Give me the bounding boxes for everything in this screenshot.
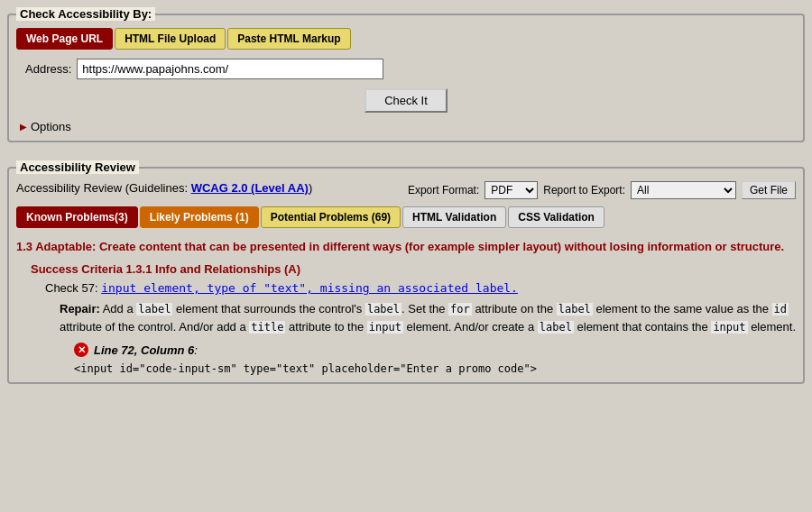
guidelines-link[interactable]: WCAG 2.0 (Level AA) <box>191 181 309 195</box>
check-row: Check 57: input element, type of "text",… <box>45 281 796 295</box>
problem-tabs-row: Known Problems(3) Likely Problems (1) Po… <box>16 206 796 228</box>
repair-text: Repair: Add a label element that surroun… <box>60 300 796 335</box>
review-section: Accessibility Review Accessibility Revie… <box>7 160 805 384</box>
review-header: Accessibility Review (Guidelines: WCAG 2… <box>16 181 796 199</box>
repair-text-9: element that contains the <box>574 320 711 334</box>
address-input[interactable] <box>77 59 383 79</box>
check-link-code: input element, type of "text", missing a… <box>101 281 518 295</box>
report-to-export-label: Report to Export: <box>543 184 625 197</box>
repair-text-7: attribute to the <box>285 320 366 334</box>
options-link[interactable]: Options <box>20 120 796 133</box>
tab-html-validation[interactable]: HTML Validation <box>402 206 506 228</box>
repair-text-10: element. <box>748 320 796 334</box>
success-criteria: Success Criteria 1.3.1 Info and Relation… <box>31 262 796 276</box>
report-to-export-select[interactable]: All Known Problems Likely Problems <box>631 181 736 199</box>
repair-code-6: title <box>249 321 285 334</box>
error-location-row: ✕ Line 72, Column 6: <box>74 343 796 357</box>
repair-text-1: Add a <box>103 302 137 315</box>
checker-tabs: Web Page URL HTML File Upload Paste HTML… <box>16 28 796 50</box>
check-label: Check 57: <box>45 281 98 295</box>
checker-legend: Check Accessibility By: <box>16 7 155 21</box>
address-label: Address: <box>25 62 71 76</box>
repair-text-5: element to the same value as the <box>593 302 772 315</box>
tab-known-problems[interactable]: Known Problems(3) <box>16 206 138 228</box>
review-title: Accessibility Review (Guidelines: WCAG 2… <box>16 181 312 195</box>
code-snippet: <input id="code-input-sm" type="text" pl… <box>74 362 796 375</box>
options-row: Options <box>16 120 796 133</box>
repair-text-2: element that surrounds the control's <box>172 302 364 315</box>
repair-code-1: label <box>136 303 172 315</box>
tab-web-page-url[interactable]: Web Page URL <box>16 28 113 50</box>
repair-text-3: . Set the <box>401 302 448 315</box>
review-legend: Accessibility Review <box>16 160 139 174</box>
repair-code-7: input <box>367 321 403 334</box>
review-title-prefix: Accessibility Review (Guidelines: <box>16 181 191 195</box>
tab-potential-problems[interactable]: Potential Problems (69) <box>261 206 401 228</box>
check-link[interactable]: input element, type of "text", missing a… <box>101 281 518 295</box>
checker-section: Check Accessibility By: Web Page URL HTM… <box>7 7 805 142</box>
repair-text-8: element. And/or create a <box>403 320 538 334</box>
check-it-button[interactable]: Check It <box>364 88 448 113</box>
repair-code-8: label <box>538 321 574 334</box>
repair-text-4: attribute on the <box>472 302 557 315</box>
get-file-button[interactable]: Get File <box>742 181 796 199</box>
tab-likely-problems[interactable]: Likely Problems (1) <box>140 206 259 228</box>
guideline-text: 1.3 Adaptable: Create content that can b… <box>16 239 796 255</box>
check-it-row: Check It <box>16 88 796 113</box>
repair-code-3: for <box>448 303 472 315</box>
repair-text-6: attribute of the control. And/or add a <box>60 320 249 334</box>
review-title-suffix: ) <box>309 181 312 195</box>
error-icon: ✕ <box>74 343 88 357</box>
tab-css-validation[interactable]: CSS Validation <box>508 206 604 228</box>
repair-code-9: input <box>711 321 747 334</box>
export-row: Export Format: PDF HTML CSV Report to Ex… <box>408 181 796 199</box>
repair-code-2: label <box>365 303 401 315</box>
export-format-select[interactable]: PDF HTML CSV <box>484 181 538 199</box>
tab-paste-html[interactable]: Paste HTML Markup <box>227 28 350 50</box>
error-location-text: Line 72, Column 6: <box>94 343 198 357</box>
tab-html-file-upload[interactable]: HTML File Upload <box>115 28 226 50</box>
repair-label: Repair: <box>60 302 100 315</box>
export-format-label: Export Format: <box>408 184 479 197</box>
repair-code-5: id <box>772 303 789 315</box>
error-location-strong: Line 72, Column 6 <box>94 343 194 357</box>
address-row: Address: <box>16 59 796 79</box>
repair-code-4: label <box>557 303 593 315</box>
